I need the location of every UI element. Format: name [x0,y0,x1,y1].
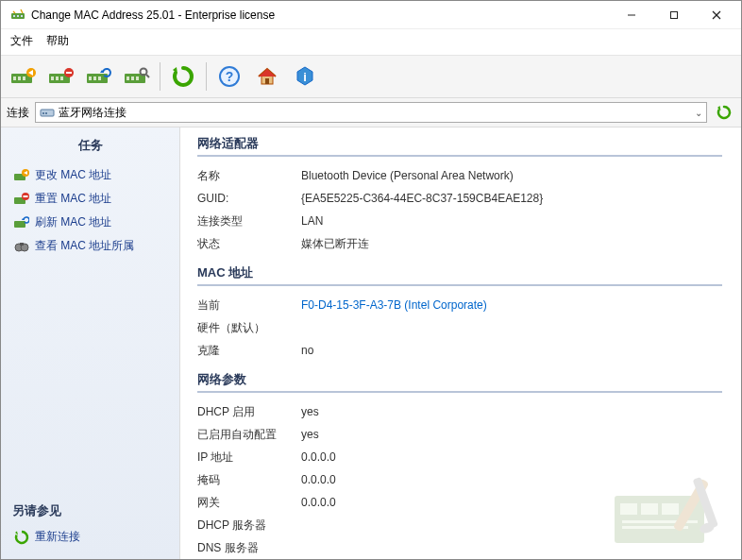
svg-rect-37 [45,112,47,114]
value-status: 媒体已断开连 [301,232,722,255]
svg-rect-2 [17,15,19,17]
toolbar-help[interactable]: ? [212,59,246,93]
sidebar-task-label: 更改 MAC 地址 [35,167,111,183]
window-title: Change MAC Address 25.01 - Enterprise li… [31,8,610,22]
content-panel: 网络适配器 名称Bluetooth Device (Personal Area … [180,127,741,560]
svg-rect-14 [51,76,54,80]
sidebar-task-refresh-mac[interactable]: 刷新 MAC 地址 [1,211,179,234]
svg-rect-9 [13,76,16,80]
binoculars-icon [14,239,29,254]
chevron-down-icon: ⌄ [695,108,702,118]
svg-rect-25 [131,76,134,80]
label-status: 状态 [197,232,301,255]
sidebar-task-label: 刷新 MAC 地址 [35,214,111,230]
toolbar-separator [160,62,160,91]
label-gateway: 网关 [197,491,301,514]
main-area: 任务 更改 MAC 地址 重置 MAC 地址 刷新 MAC 地址 查看 MAC … [1,127,741,560]
value-autoconf: yes [301,423,722,446]
menu-bar: 文件 帮助 [1,29,741,56]
label-name: 名称 [197,164,301,187]
label-mask: 掩码 [197,468,301,491]
value-hardware [301,316,722,339]
section-adapter: 网络适配器 [197,135,722,157]
label-ip: IP 地址 [197,446,301,468]
value-name: Bluetooth Device (Personal Area Network) [301,164,722,187]
label-dhcp-server: DHCP 服务器 [197,514,301,536]
svg-rect-42 [24,195,28,197]
sidebar-reconnect-label: 重新连接 [35,529,80,545]
refresh-mac-icon [14,215,29,230]
sidebar-task-reset-mac[interactable]: 重置 MAC 地址 [1,187,179,211]
sidebar-reconnect[interactable]: 重新连接 [12,525,168,549]
svg-text:i: i [303,70,307,84]
toolbar: ? i [1,56,741,98]
svg-rect-18 [66,72,72,74]
label-guid: GUID: [197,187,301,210]
title-bar: Change MAC Address 25.01 - Enterprise li… [1,1,741,29]
maximize-button[interactable] [652,2,695,28]
reset-mac-icon [14,192,29,207]
sidebar-task-change-mac[interactable]: 更改 MAC 地址 [1,163,179,187]
label-hardware: 硬件（默认） [197,316,301,339]
sidebar-see-also: 另请参见 重新连接 [1,495,179,554]
value-mask: 0.0.0.0 [301,468,722,491]
reconnect-icon [14,530,29,545]
app-icon [10,8,25,23]
menu-file[interactable]: 文件 [10,33,33,49]
connection-dropdown[interactable]: 蓝牙网络连接 ⌄ [35,102,707,123]
label-dns-server: DNS 服务器 [197,536,301,559]
label-current: 当前 [197,294,301,316]
section-params: 网络参数 [197,371,722,393]
svg-rect-26 [136,76,139,80]
svg-line-28 [146,75,149,77]
connection-bar: 连接 蓝牙网络连接 ⌄ [1,98,741,127]
connection-label: 连接 [7,105,29,121]
toolbar-refresh-mac[interactable] [82,59,116,93]
value-gateway: 0.0.0.0 [301,491,722,514]
toolbar-lookup-mac[interactable] [120,59,154,93]
sidebar-tasks-title: 任务 [1,133,179,163]
minimize-button[interactable] [610,2,652,28]
label-autoconf: 已启用自动配置 [197,423,301,446]
svg-rect-33 [265,78,269,84]
value-current-mac[interactable]: F0-D4-15-3F-A3-7B (Intel Corporate) [301,294,722,316]
sidebar-task-lookup-mac[interactable]: 查看 MAC 地址所属 [1,234,179,258]
label-conn-type: 连接类型 [197,210,301,232]
value-dhcp-server [301,514,722,536]
value-dns-server [301,536,722,559]
toolbar-change-mac[interactable] [7,59,41,93]
close-button[interactable] [695,2,737,28]
sidebar: 任务 更改 MAC 地址 重置 MAC 地址 刷新 MAC 地址 查看 MAC … [1,127,180,560]
svg-rect-46 [20,243,24,246]
section-mac: MAC 地址 [197,264,722,286]
svg-rect-15 [56,76,59,80]
value-clone: no [301,339,722,362]
value-conn-type: LAN [301,210,722,232]
change-mac-icon [14,168,29,183]
toolbar-home[interactable] [250,59,284,93]
svg-rect-16 [60,76,63,80]
label-dhcp: DHCP 启用 [197,400,301,423]
value-ip: 0.0.0.0 [301,446,722,468]
toolbar-reconnect[interactable] [166,59,200,93]
toolbar-reset-mac[interactable] [44,59,78,93]
network-adapter-icon [40,105,55,120]
toolbar-about[interactable]: i [288,59,322,93]
svg-text:?: ? [226,69,234,84]
connection-selected: 蓝牙网络连接 [59,105,126,121]
label-clone: 克隆 [197,339,301,362]
svg-rect-10 [18,76,21,80]
value-guid: {EA5E5225-C364-44EC-8C37-159CB4EAE128} [301,187,722,210]
svg-rect-3 [21,15,23,17]
svg-rect-24 [126,76,129,80]
toolbar-separator [206,62,207,91]
svg-rect-5 [670,11,677,18]
svg-rect-21 [93,76,96,80]
connection-refresh-button[interactable] [713,102,735,123]
svg-rect-22 [98,76,101,80]
sidebar-see-also-title: 另请参见 [12,499,168,525]
svg-rect-36 [42,112,44,114]
svg-rect-20 [89,76,92,80]
value-dhcp: yes [301,400,722,423]
menu-help[interactable]: 帮助 [46,33,69,49]
